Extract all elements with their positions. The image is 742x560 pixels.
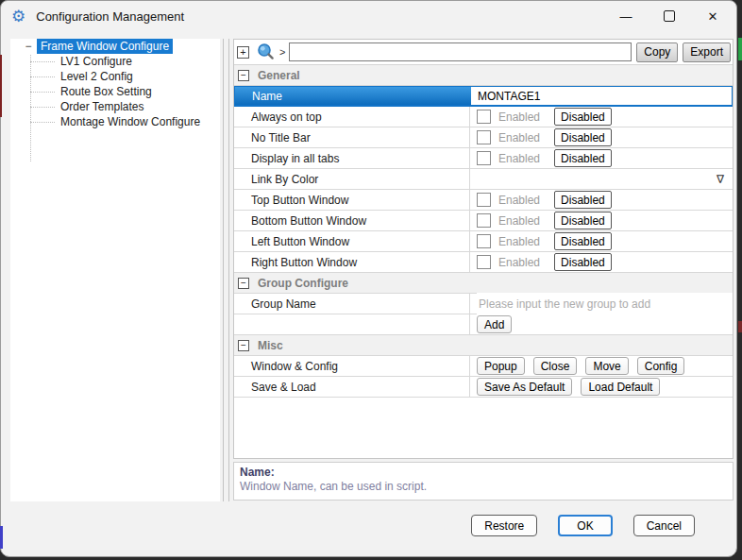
enabled-label: Enabled [498, 110, 540, 124]
screen: ⚙ Configuration Management — ✕ − Frame W… [0, 0, 742, 560]
property-grid: − General Name MONTAGE1 Always on top En… [234, 64, 733, 398]
search-icon [256, 42, 275, 61]
property-description-panel: Name: Window Name, can be used in script… [233, 462, 734, 501]
row-save-and-load: Save & Load Save As Default Load Default [234, 377, 733, 398]
section-title: General [258, 69, 300, 82]
row-label: Name [235, 87, 471, 105]
enabled-label: Enabled [498, 214, 540, 228]
minimize-button[interactable]: — [604, 1, 648, 31]
row-group-name: Group Name [234, 294, 733, 314]
move-button[interactable]: Move [585, 357, 628, 375]
enabled-checkbox[interactable] [477, 110, 491, 124]
enabled-checkbox[interactable] [477, 213, 491, 228]
row-label: Left Button Window [234, 231, 470, 251]
background-edge-artifact [738, 321, 742, 332]
restore-button[interactable]: Restore [471, 515, 537, 536]
description-text: Window Name, can be used in script. [240, 480, 733, 493]
row-label: Link By Color [234, 169, 470, 189]
disabled-button[interactable]: Disabled [554, 149, 612, 167]
enabled-label: Enabled [498, 194, 540, 207]
enabled-checkbox[interactable] [477, 151, 491, 165]
tree-item-frame-window-configure[interactable]: − Frame Window Configure [10, 39, 220, 54]
row-always-on-top: Always on top Enabled Disabled [234, 107, 733, 127]
dropdown-arrow-icon[interactable]: ∇ [717, 173, 724, 186]
close-icon: ✕ [708, 9, 718, 24]
tree-item-label: Frame Window Configure [37, 39, 173, 54]
export-button[interactable]: Export [683, 42, 731, 62]
row-link-by-color[interactable]: Link By Color ∇ [234, 169, 733, 190]
collapse-section-icon[interactable]: − [238, 70, 249, 81]
name-value[interactable]: MONTAGE1 [478, 90, 540, 103]
add-button[interactable]: Add [477, 315, 512, 333]
configuration-management-window: ⚙ Configuration Management — ✕ − Frame W… [0, 0, 737, 557]
disabled-button[interactable]: Disabled [554, 191, 612, 209]
tree-item-label: Order Templates [60, 100, 143, 113]
collapse-icon[interactable]: − [23, 39, 34, 54]
disabled-button[interactable]: Disabled [554, 128, 612, 146]
filter-toolbar: + > Copy Export [234, 40, 733, 64]
section-title: Group Configure [258, 277, 348, 290]
tree-item-label: Montage Window Configure [60, 115, 200, 128]
dialog-footer: Restore OK Cancel [471, 515, 695, 536]
row-window-and-config: Window & Config Popup Close Move Config [234, 356, 733, 377]
disabled-button[interactable]: Disabled [554, 212, 612, 229]
save-as-default-button[interactable]: Save As Default [477, 378, 572, 396]
row-bottom-button-window: Bottom Button Window Enabled Disabled [234, 211, 733, 231]
row-label: Window & Config [234, 356, 470, 376]
row-label: Group Name [234, 294, 470, 314]
load-default-button[interactable]: Load Default [581, 378, 660, 396]
collapse-section-icon[interactable]: − [238, 340, 249, 351]
ok-button[interactable]: OK [558, 515, 612, 536]
disabled-button[interactable]: Disabled [554, 108, 612, 126]
properties-panel: + > Copy Export − General [233, 39, 734, 459]
close-button[interactable]: ✕ [691, 1, 734, 31]
popup-button[interactable]: Popup [477, 357, 525, 375]
section-misc: − Misc [234, 335, 733, 356]
row-label: Top Button Window [234, 190, 470, 210]
row-label: No Title Bar [234, 127, 470, 147]
row-label: Always on top [234, 107, 470, 127]
group-name-input[interactable] [477, 293, 733, 314]
title-bar: ⚙ Configuration Management — ✕ [1, 1, 736, 31]
maximize-button[interactable] [648, 1, 691, 31]
row-name[interactable]: Name MONTAGE1 [234, 86, 733, 107]
background-edge-artifact [0, 526, 3, 549]
enabled-checkbox[interactable] [477, 255, 491, 269]
tree-item-lv1-configure[interactable]: LV1 Configure [10, 54, 220, 69]
panel-splitter[interactable] [223, 39, 229, 501]
enabled-checkbox[interactable] [477, 193, 491, 207]
tree-item-route-box-setting[interactable]: Route Box Setting [10, 84, 220, 99]
enabled-checkbox[interactable] [477, 234, 491, 248]
enabled-label: Enabled [498, 131, 540, 144]
config-button[interactable]: Config [637, 357, 685, 375]
cancel-button[interactable]: Cancel [633, 515, 695, 536]
filter-prompt: > [279, 46, 285, 58]
gear-icon: ⚙ [11, 8, 25, 25]
description-title: Name: [240, 466, 733, 479]
section-general: − General [234, 65, 733, 86]
tree-item-order-templates[interactable]: Order Templates [10, 99, 220, 114]
enabled-label: Enabled [498, 256, 540, 269]
filter-input[interactable] [289, 42, 632, 61]
enabled-label: Enabled [498, 235, 540, 248]
copy-button[interactable]: Copy [636, 42, 678, 62]
tree-item-level-2-config[interactable]: Level 2 Config [10, 69, 220, 84]
row-top-button-window: Top Button Window Enabled Disabled [234, 190, 733, 211]
close-window-button[interactable]: Close [533, 357, 578, 375]
background-edge-artifact [738, 38, 742, 60]
row-label: Display in all tabs [234, 148, 470, 168]
tree-item-label: Route Box Setting [60, 85, 152, 98]
window-title: Configuration Management [36, 9, 184, 24]
collapse-section-icon[interactable]: − [238, 278, 249, 289]
tree-item-label: LV1 Configure [60, 55, 132, 68]
expand-all-button[interactable]: + [237, 46, 249, 59]
row-right-button-window: Right Button Window Enabled Disabled [234, 252, 733, 273]
disabled-button[interactable]: Disabled [554, 253, 612, 271]
background-edge-artifact [0, 55, 2, 117]
tree-item-montage-window-configure[interactable]: Montage Window Configure [10, 114, 220, 129]
row-label: Right Button Window [234, 252, 470, 272]
row-label: Bottom Button Window [234, 211, 470, 230]
enabled-checkbox[interactable] [477, 130, 491, 144]
row-no-title-bar: No Title Bar Enabled Disabled [234, 127, 733, 148]
disabled-button[interactable]: Disabled [554, 232, 612, 250]
